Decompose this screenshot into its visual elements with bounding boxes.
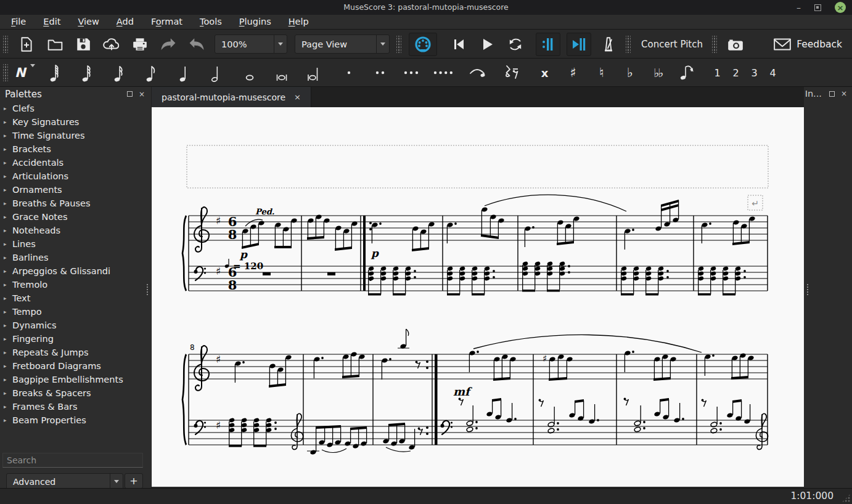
add-palette-button[interactable]: + [125, 473, 143, 489]
dynamic-p[interactable]: p [239, 248, 248, 261]
palette-item-fretboard-diagrams[interactable]: ▸Fretboard Diagrams [0, 359, 151, 373]
palette-item-bagpipe-embellishments[interactable]: ▸Bagpipe Embellishments [0, 373, 151, 386]
new-score-button[interactable] [15, 33, 38, 55]
menu-tools[interactable]: Tools [191, 15, 231, 30]
palette-item-lines[interactable]: ▸Lines [0, 237, 151, 251]
quadruple-dot-button[interactable] [432, 62, 454, 84]
palette-item-time-signatures[interactable]: ▸Time Signatures [0, 129, 151, 142]
metronome-toggle[interactable] [597, 33, 620, 55]
tab-close-icon[interactable]: × [294, 92, 301, 102]
palette-item-tempo[interactable]: ▸Tempo [0, 305, 151, 319]
duration-longa-button[interactable] [303, 62, 325, 84]
double-sharp-button[interactable]: x [534, 62, 556, 84]
palette-item-text[interactable]: ▸Text [0, 291, 151, 305]
rewind-button[interactable] [448, 33, 470, 55]
menu-add[interactable]: Add [108, 15, 142, 30]
inspector-splitter-handle[interactable] [806, 283, 809, 296]
duration-eighth-button[interactable] [141, 62, 163, 84]
palette-item-ornaments[interactable]: ▸Ornaments [0, 183, 151, 197]
palette-item-repeats-jumps[interactable]: ▸Repeats & Jumps [0, 346, 151, 359]
pan-score-toggle[interactable] [567, 33, 591, 56]
pedal-marking[interactable]: Ped. [255, 207, 274, 216]
palette-splitter-handle[interactable] [146, 283, 149, 296]
save-online-button[interactable] [100, 33, 123, 55]
voice-1-button[interactable]: 1 [710, 63, 726, 82]
palette-item-fingering[interactable]: ▸Fingering [0, 332, 151, 346]
title-bar[interactable]: MuseScore 3: pastoral-mutopia-musescore … [0, 0, 852, 15]
palette-item-noteheads[interactable]: ▸Noteheads [0, 224, 151, 237]
undo-button[interactable] [157, 33, 179, 55]
image-capture-button[interactable] [724, 33, 747, 55]
note-input-mode-button[interactable]: N [15, 65, 35, 80]
palette-item-articulations[interactable]: ▸Articulations [0, 169, 151, 183]
toolbar-drag-handle[interactable] [3, 64, 8, 81]
score-page[interactable]: ↵ [152, 107, 804, 487]
rest-button[interactable] [500, 62, 522, 84]
close-panel-icon[interactable]: × [139, 92, 145, 97]
maximize-button[interactable] [814, 4, 821, 11]
voice-2-button[interactable]: 2 [728, 63, 744, 82]
voice-4-button[interactable]: 4 [765, 63, 781, 82]
float-panel-icon[interactable] [127, 91, 133, 97]
duration-16th-button[interactable] [109, 62, 131, 84]
palette-item-arpeggios-glissandi[interactable]: ▸Arpeggios & Glissandi [0, 264, 151, 278]
duration-whole-button[interactable] [239, 62, 261, 84]
palette-item-frames-bars[interactable]: ▸Frames & Bars [0, 400, 151, 413]
palette-item-grace-notes[interactable]: ▸Grace Notes [0, 210, 151, 224]
toolbar-drag-handle[interactable] [3, 36, 8, 53]
midi-input-toggle[interactable] [409, 33, 437, 56]
palette-item-breaths-pauses[interactable]: ▸Breaths & Pauses [0, 197, 151, 210]
close-button[interactable]: × [835, 2, 846, 13]
duration-64th-button[interactable] [45, 62, 67, 84]
natural-button[interactable]: ♮ [591, 62, 613, 84]
menu-plugins[interactable]: Plugins [231, 15, 280, 30]
close-panel-icon[interactable]: × [841, 91, 847, 96]
palette-item-breaks-spacers[interactable]: ▸Breaks & Spacers [0, 386, 151, 400]
play-button[interactable] [476, 33, 498, 55]
feedback-button[interactable]: Feedback [773, 37, 852, 52]
key-signature[interactable]: ♯ [216, 214, 221, 227]
dynamic-p[interactable]: p [371, 247, 379, 259]
resize-grip[interactable] [842, 494, 851, 503]
tab-pastoral[interactable]: pastoral-mutopia-musescore × [152, 87, 311, 107]
menu-edit[interactable]: Edit [35, 15, 69, 30]
palette-item-barlines[interactable]: ▸Barlines [0, 251, 151, 264]
duration-quarter-button[interactable] [173, 62, 195, 84]
zoom-select[interactable]: 100% [215, 35, 287, 54]
palette-item-accidentals[interactable]: ▸Accidentals [0, 156, 151, 169]
toolbar-drag-handle[interactable] [712, 36, 717, 53]
flip-direction-button[interactable] [676, 62, 698, 84]
palette-item-tremolo[interactable]: ▸Tremolo [0, 278, 151, 291]
flat-button[interactable]: ♭ [619, 62, 641, 84]
tie-button[interactable] [466, 62, 488, 84]
duration-32nd-button[interactable] [77, 62, 99, 84]
menu-format[interactable]: Format [142, 15, 191, 30]
menu-help[interactable]: Help [280, 15, 317, 30]
toolbar-drag-handle[interactable] [626, 36, 631, 53]
view-mode-select[interactable]: Page View [295, 35, 390, 54]
menu-view[interactable]: View [69, 15, 107, 30]
save-button[interactable] [72, 33, 94, 55]
print-button[interactable] [129, 33, 151, 55]
triple-dot-button[interactable] [401, 62, 423, 84]
double-flat-button[interactable]: ♭♭ [647, 62, 670, 84]
palette-item-brackets[interactable]: ▸Brackets [0, 142, 151, 156]
palette-item-clefs[interactable]: ▸Clefs [0, 102, 151, 115]
duration-half-button[interactable] [205, 62, 227, 84]
palette-search-input[interactable] [2, 453, 143, 468]
palette-filter-select[interactable]: Advanced [6, 473, 123, 490]
redo-button[interactable] [186, 33, 208, 55]
palette-item-beam-properties[interactable]: ▸Beam Properties [0, 413, 151, 427]
play-repeats-toggle[interactable] [536, 33, 560, 56]
toolbar-drag-handle[interactable] [396, 36, 401, 53]
sharp-button[interactable]: ♯ [562, 62, 584, 84]
float-panel-icon[interactable] [829, 91, 835, 97]
open-file-button[interactable] [44, 33, 66, 55]
double-dot-button[interactable] [369, 62, 391, 84]
palette-item-dynamics[interactable]: ▸Dynamics [0, 319, 151, 332]
menu-file[interactable]: File [2, 15, 35, 30]
augmentation-dot-button[interactable] [338, 62, 360, 84]
minimize-button[interactable]: – [797, 4, 801, 10]
loop-playback-button[interactable] [504, 33, 526, 55]
voice-3-button[interactable]: 3 [747, 63, 763, 82]
